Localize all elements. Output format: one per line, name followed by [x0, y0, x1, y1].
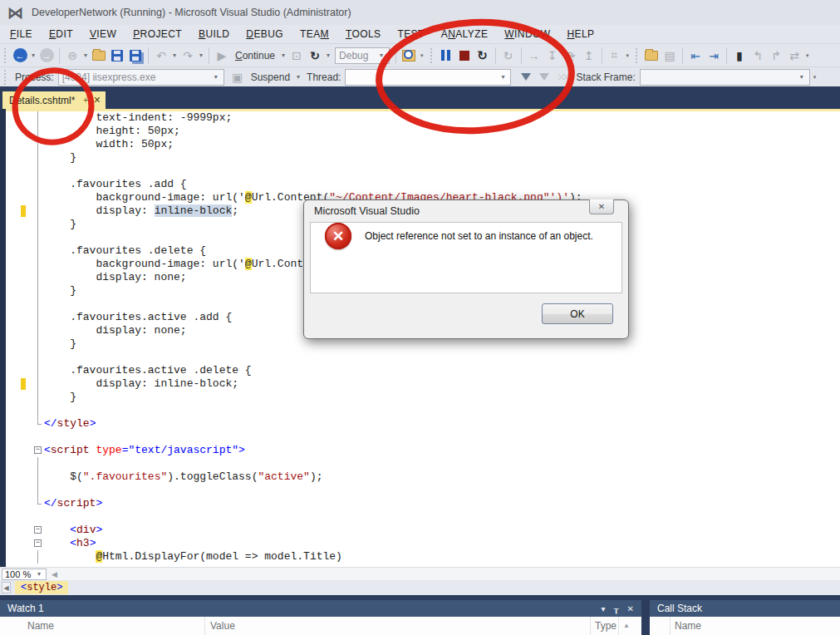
previous-bookmark-icon[interactable]: ↰: [749, 47, 766, 65]
process-dropdown[interactable]: [4584] iisexpress.exe▾: [58, 69, 224, 86]
step-over-icon[interactable]: ↷: [562, 47, 579, 65]
restart-app-icon[interactable]: ↻: [474, 47, 491, 65]
feedback-dropdown[interactable]: ▾: [81, 52, 90, 59]
watch-col-value[interactable]: Value: [210, 620, 235, 632]
menu-help[interactable]: HELP: [558, 26, 602, 42]
restart-dropdown[interactable]: ▾: [324, 52, 332, 59]
ok-button[interactable]: OK: [542, 303, 613, 324]
stack-frame-dropdown[interactable]: ▾: [640, 69, 810, 86]
separator: [148, 47, 149, 64]
show-threads-in-source-icon[interactable]: ⤬⤬: [554, 68, 571, 86]
menu-tools[interactable]: TOOLS: [337, 26, 389, 42]
undo-icon[interactable]: ↶: [153, 47, 169, 65]
call-stack-panel-header[interactable]: Call Stack: [650, 600, 840, 617]
watch-col-name[interactable]: Name: [27, 620, 54, 632]
continue-dropdown[interactable]: ▾: [279, 52, 287, 59]
watch-col-type[interactable]: Type: [595, 620, 616, 632]
save-all-icon[interactable]: [127, 47, 144, 65]
flagged-threads-filter-icon[interactable]: [536, 68, 553, 86]
toolbar-overflow[interactable]: ▾: [813, 76, 817, 79]
clear-bookmarks-icon[interactable]: ⇄: [786, 47, 803, 65]
continue-icon[interactable]: ▶: [214, 47, 230, 65]
thread-suspend-icon[interactable]: ▣: [229, 68, 246, 86]
toolbar-grip[interactable]: [635, 47, 639, 64]
collapse-region-icon[interactable]: −: [34, 539, 42, 547]
pin-tab-icon[interactable]: +: [83, 96, 88, 105]
decrease-indent-icon[interactable]: ⇤: [687, 47, 704, 65]
process-label: Process:: [15, 71, 54, 83]
menu-edit[interactable]: EDIT: [41, 26, 81, 42]
undo-dropdown[interactable]: ▾: [170, 52, 179, 59]
outline-guide: [37, 165, 46, 178]
close-tab-icon[interactable]: ✕: [93, 95, 101, 106]
zoom-dropdown[interactable]: 100 %▾: [2, 569, 47, 580]
toolbar-overflow[interactable]: ▾: [626, 54, 630, 57]
show-next-statement-icon[interactable]: →: [526, 47, 543, 65]
tab-details-cshtml[interactable]: Details.cshtml* + ✕: [2, 91, 106, 109]
increase-indent-icon[interactable]: ⇥: [705, 47, 722, 65]
properties-icon[interactable]: ▤: [661, 47, 678, 65]
toolbar-grip[interactable]: [3, 47, 7, 64]
watch-title: Watch 1: [7, 603, 44, 614]
window-position-icon[interactable]: ▾: [602, 604, 606, 613]
step-out-icon[interactable]: ↥: [581, 47, 597, 65]
scroll-left-icon[interactable]: ◀: [52, 570, 57, 578]
error-dialog[interactable]: Microsoft Visual Studio ✕ ✕ Object refer…: [303, 199, 629, 339]
navigate-backward-icon[interactable]: ←: [12, 47, 28, 65]
toolbar-grip[interactable]: [3, 69, 7, 86]
step-into-icon[interactable]: ↧: [544, 47, 561, 65]
menu-project[interactable]: PROJECT: [125, 26, 190, 42]
stop-debugging-icon[interactable]: [456, 47, 473, 65]
call-stack-col-name[interactable]: Name: [675, 620, 701, 632]
call-stack-panel: Call Stack Name: [650, 600, 840, 635]
toolbar-overflow[interactable]: ▾: [420, 54, 424, 57]
break-on-frame-icon[interactable]: ⊡: [288, 47, 305, 65]
pin-panel-icon[interactable]: ┰: [614, 604, 619, 613]
next-bookmark-icon[interactable]: ↱: [768, 47, 784, 65]
tag-navigator-style-chip[interactable]: <style>: [15, 581, 68, 594]
suspend-label[interactable]: Suspend: [251, 71, 290, 83]
open-file-icon[interactable]: [91, 47, 107, 65]
menu-window[interactable]: WINDOW: [496, 26, 558, 42]
redo-dropdown[interactable]: ▾: [197, 52, 205, 59]
thread-label: Thread:: [307, 71, 341, 83]
menu-view[interactable]: VIEW: [81, 26, 125, 42]
code-editor[interactable]: text-indent: -9999px; height: 50px; widt…: [6, 111, 840, 567]
outline-guide: [37, 484, 46, 497]
feedback-icon[interactable]: ⊜: [64, 47, 81, 65]
continue-button[interactable]: Continue: [235, 50, 275, 62]
watch-panel-header[interactable]: Watch 1 ▾ ┰ ✕: [0, 600, 641, 617]
close-panel-icon[interactable]: ✕: [627, 604, 634, 613]
scroll-up-icon[interactable]: ▲: [623, 622, 630, 629]
dialog-close-button[interactable]: ✕: [589, 199, 614, 214]
apply-code-changes-icon[interactable]: ↻: [500, 47, 517, 65]
find-in-files-icon[interactable]: [400, 47, 417, 65]
collapse-region-icon[interactable]: −: [34, 526, 42, 534]
restart-icon[interactable]: ↻: [307, 47, 323, 65]
save-icon[interactable]: [109, 47, 125, 65]
collapse-region-icon[interactable]: −: [34, 446, 42, 454]
filter-threads-icon[interactable]: [518, 68, 534, 86]
thread-dropdown[interactable]: ▾: [345, 69, 511, 86]
separator: [209, 47, 209, 64]
hex-display-icon[interactable]: ⌗: [607, 47, 623, 65]
tag-navigator-left-icon[interactable]: ◀: [2, 582, 11, 593]
add-item-icon[interactable]: [643, 47, 660, 65]
debug-target-dropdown[interactable]: Debug▾: [335, 47, 390, 64]
break-all-icon[interactable]: [438, 47, 454, 65]
menu-test[interactable]: TEST: [389, 26, 432, 42]
menu-debug[interactable]: DEBUG: [238, 26, 292, 42]
toolbar-overflow[interactable]: ▾: [806, 54, 809, 57]
title-bar[interactable]: ⋈ DeveloperNetwork (Running) - Microsoft…: [0, 0, 840, 25]
menu-build[interactable]: BUILD: [190, 26, 238, 42]
menu-team[interactable]: TEAM: [292, 26, 337, 42]
navigate-backward-dropdown[interactable]: ▾: [29, 52, 37, 59]
bookmark-icon[interactable]: ▮: [731, 47, 748, 65]
navigate-forward-icon[interactable]: →: [38, 47, 55, 65]
redo-icon[interactable]: ↷: [179, 47, 196, 65]
toolbar-grip[interactable]: [430, 47, 434, 64]
outline-guide: [37, 231, 46, 244]
menu-file[interactable]: FILE: [2, 26, 41, 42]
menu-analyze[interactable]: ANALYZE: [433, 26, 497, 42]
suspend-dropdown[interactable]: ▾: [294, 73, 302, 81]
